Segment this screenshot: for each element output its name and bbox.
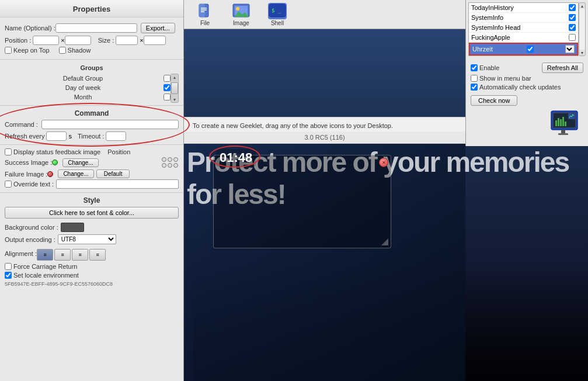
override-input[interactable] [56, 179, 179, 189]
default-button[interactable]: Default [96, 169, 130, 178]
geeklet-item-0[interactable]: TodayInHistory [469, 3, 578, 13]
group-check-1[interactable] [163, 84, 171, 91]
enable-label: Enable [479, 64, 499, 71]
image-icon-item[interactable]: Image [232, 3, 250, 26]
image-label: Image [233, 20, 249, 26]
left-panel: Properties Name (Optional) : Export... P… [0, 0, 184, 381]
svg-marker-22 [381, 238, 388, 245]
keep-on-top-checkbox[interactable] [5, 47, 12, 54]
alignment-label: Alignment : [5, 250, 37, 257]
refresh-label: Refresh every [5, 133, 44, 140]
radio-tr[interactable] [173, 157, 178, 162]
force-carriage-row: Force Carriage Return [5, 263, 179, 270]
success-change-button[interactable]: Change... [62, 158, 98, 167]
group-check-0[interactable] [163, 75, 171, 82]
geeklet-item-4[interactable]: Uhrzeit ▼ [469, 43, 578, 56]
failure-change-button[interactable]: Change... [58, 169, 93, 178]
scroll-up[interactable]: ▲ [173, 74, 177, 80]
radio-ml[interactable] [162, 163, 166, 168]
groups-title: Groups [5, 64, 179, 71]
locale-checkbox[interactable] [5, 272, 12, 279]
list-scroll-middle [579, 9, 585, 50]
radio-tc[interactable] [168, 157, 172, 162]
svg-rect-16 [560, 119, 562, 126]
geeklet-item-3[interactable]: FuckingApple [469, 33, 578, 43]
bg-color-row: Background color : [5, 223, 179, 232]
geeklet-check-2[interactable] [569, 24, 576, 31]
position-label2: Position [107, 148, 130, 155]
auto-check-checkbox[interactable] [471, 84, 478, 91]
geeklet-label-3: FuckingApple [471, 34, 510, 41]
align-justify-btn[interactable]: ≡ [89, 249, 106, 261]
pos-y-input[interactable]: 457 [65, 36, 91, 45]
enable-checkbox[interactable] [471, 64, 478, 71]
auto-check-row: Automatically check updates [471, 84, 583, 91]
geeklet-check-1[interactable] [569, 14, 576, 21]
export-button[interactable]: Export... [141, 23, 175, 33]
encoding-select[interactable]: UTF8 [58, 234, 116, 244]
override-checkbox[interactable] [5, 181, 12, 188]
name-label: Name (Optional) : [5, 25, 55, 32]
name-input[interactable] [55, 23, 137, 33]
geeklet-check-0[interactable] [569, 4, 576, 11]
file-icon-item[interactable]: File [196, 3, 214, 26]
radio-tl[interactable] [162, 157, 166, 162]
show-menu-row: Show in menu bar [471, 75, 583, 82]
shadow-checkbox[interactable] [59, 47, 66, 54]
svg-text:$ _: $ _ [272, 8, 281, 13]
success-radio-group [161, 157, 179, 168]
font-color-button[interactable]: Click here to set font & color... [5, 207, 179, 219]
geeklet-label-2: SystemInfo Head [471, 24, 520, 31]
encoding-label: Output encoding : [5, 236, 55, 243]
shadow-label: Shadow [68, 47, 91, 54]
command-input[interactable]: date +"%kM" [41, 120, 179, 129]
geeklet-item-2[interactable]: SystemInfo Head [469, 23, 578, 33]
geeklet-check-3[interactable] [569, 34, 576, 41]
clock-close-button[interactable]: ✕ [379, 158, 388, 167]
group-check-2[interactable] [163, 93, 171, 101]
align-right-btn[interactable]: ≡ [72, 249, 88, 261]
time-display: 01:48 [216, 149, 256, 167]
command-section: Command Command : date +"%kM" Refresh ev… [0, 106, 183, 145]
radio-mc[interactable] [168, 163, 172, 168]
override-row: Override text : [5, 179, 179, 189]
refresh-input[interactable]: 1 [46, 131, 67, 141]
scroll-down[interactable]: ▼ [173, 96, 177, 102]
display-status-checkbox[interactable] [5, 148, 12, 155]
align-center-btn[interactable]: ≡ [54, 249, 71, 261]
shell-icon-item[interactable]: $ _ Shell [268, 3, 287, 26]
size-h-input[interactable]: 150 [144, 36, 166, 45]
size-w-input[interactable]: 300 [116, 36, 138, 45]
groups-section: Groups Default Group Day of week Month ▲ [0, 60, 183, 106]
radio-mr[interactable] [173, 163, 178, 168]
show-menu-checkbox[interactable] [471, 75, 478, 82]
uuid-text: 5FB5947E-EBFF-4895-9CF9-EC5576060DC8 [5, 281, 179, 287]
shell-icon: $ _ [268, 3, 287, 19]
list-scrollbar: ▲ ▼ [579, 2, 586, 56]
geeklet-check-4[interactable] [527, 46, 534, 53]
file-label: File [200, 20, 210, 26]
scrollbar-thumb[interactable] [171, 82, 178, 94]
svg-rect-17 [562, 117, 564, 126]
list-scroll-down[interactable]: ▼ [579, 50, 585, 56]
clock-widget[interactable]: ✕ [213, 155, 391, 248]
pos-x-input[interactable]: 912 [33, 36, 59, 45]
color-swatch[interactable] [61, 223, 84, 232]
svg-rect-20 [558, 133, 568, 135]
image-icon [232, 3, 250, 19]
geeklet-item-1[interactable]: SystemInfo [469, 13, 578, 23]
command-title: Command [5, 109, 179, 117]
check-now-button[interactable]: Check now [471, 95, 517, 106]
timeout-input[interactable]: 0 [106, 131, 126, 141]
geeklet-select-4[interactable]: ▼ [565, 45, 575, 53]
size-label: Size : [98, 37, 114, 44]
command-label: Command : [5, 121, 38, 128]
force-carriage-checkbox[interactable] [5, 263, 12, 270]
list-scroll-up[interactable]: ▲ [579, 3, 585, 9]
align-left-btn[interactable]: ≡ [37, 249, 53, 261]
resize-handle[interactable] [381, 238, 388, 245]
svg-rect-15 [558, 118, 559, 126]
refresh-row: Refresh every 1 s Timeout : 0 [5, 131, 179, 141]
svg-rect-1 [199, 4, 205, 17]
refresh-all-button[interactable]: Refresh All [542, 63, 583, 73]
